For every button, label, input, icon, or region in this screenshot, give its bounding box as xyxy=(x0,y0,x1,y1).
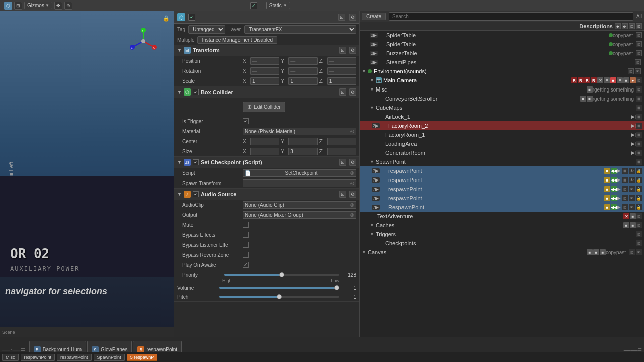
airlock-eye-icon[interactable]: ⊠ xyxy=(636,114,642,120)
play-on-awake-checkbox[interactable]: ✓ xyxy=(243,262,249,268)
resp4-lock-icon[interactable]: 🔒 xyxy=(636,195,642,201)
material-field[interactable]: None (Physic Material) ◎ xyxy=(243,128,356,135)
resp2-play-icon[interactable]: ▶ xyxy=(617,177,621,183)
caches-eye-icon[interactable]: ⊠ xyxy=(636,222,642,228)
transform-settings-btn[interactable]: ⚙ xyxy=(349,47,356,54)
pos-y-field[interactable]: — xyxy=(288,57,317,65)
list-item[interactable]: ▼ 📷 Main Camera R R R R ✕ ✕ ■ ✕ ■ ● ⊠ xyxy=(360,76,644,85)
list-item[interactable]: ▼ Triggers ⊠ xyxy=(360,230,644,239)
center-y-field[interactable]: — xyxy=(288,138,317,145)
mute-checkbox[interactable] xyxy=(243,222,249,228)
list-item[interactable]: ConveyorBeltScroller ■ ■ rgetting someth… xyxy=(360,94,644,103)
resp4-eye-icon[interactable]: ⊠ xyxy=(622,195,628,201)
list-item[interactable]: ▼ Caches ■ ■ ⊠ xyxy=(360,221,644,230)
edit-collider-button[interactable]: ⊕ Edit Collider xyxy=(243,102,285,112)
checkpoint-save-btn[interactable]: ⊡ xyxy=(339,159,346,166)
list-item[interactable]: GeneratorRoom ▶| ⊠ xyxy=(360,148,644,157)
audio-save-btn[interactable]: ⊡ xyxy=(339,191,346,198)
instance-mgmt-btn[interactable]: Instance Management Disabled xyxy=(197,36,277,44)
resp4-vis-icon[interactable]: 👁 xyxy=(629,195,635,201)
resp5-play-icon[interactable]: ▶ xyxy=(617,204,621,210)
generator-eye-icon[interactable]: ⊠ xyxy=(636,150,642,156)
loading-eye-icon[interactable]: ⊠ xyxy=(636,141,642,147)
list-item[interactable]: 7▶ respawnPoint ■ ◀◀ ▶ ⊠ 👁 🔒 xyxy=(360,194,644,203)
checkbox-icon[interactable]: ✓ xyxy=(250,2,257,9)
list-item[interactable]: ▼ Canvas ■ ■ ■ copypast ⊠ 👁 xyxy=(360,248,644,257)
list-item[interactable]: LoadingArea ▶| ⊠ xyxy=(360,139,644,148)
scale-x-field[interactable] xyxy=(250,77,279,85)
list-item[interactable]: ▼ SpawnPoint ⊠ xyxy=(360,157,644,166)
resp2-eye-icon[interactable]: ⊠ xyxy=(622,177,628,183)
inspector-save-btn[interactable]: ⊡ xyxy=(338,14,345,21)
list-item[interactable]: 7▶ respawnPoint ■ ◀◀ ▶ ⊠ 👁 🔒 xyxy=(360,175,644,185)
resp2-vis-icon[interactable]: 👁 xyxy=(629,177,635,183)
center-x-field[interactable]: — xyxy=(250,138,279,145)
desc-icon-4[interactable]: ⊠ xyxy=(636,23,642,29)
resp5-eye-icon[interactable]: ⊠ xyxy=(622,204,628,210)
inspector-scroll[interactable]: ▼ ⊞ Transform ⊡ ⚙ Position X — Y — Z — xyxy=(174,45,359,337)
tag-select[interactable]: Untagged xyxy=(188,25,225,34)
audio-checkbox[interactable]: ✓ xyxy=(193,191,199,197)
resp1-play-icon[interactable]: ▶ xyxy=(617,168,621,174)
resp4-play-icon[interactable]: ▶ xyxy=(617,195,621,201)
active-checkbox[interactable]: ✓ xyxy=(188,14,195,21)
toolbar-icon-2[interactable]: ⊞ xyxy=(14,2,22,10)
toolbar-icon-4[interactable]: ⊕ xyxy=(64,2,72,10)
checkpoint-header[interactable]: ▼ Js ✓ Set Checkpoint (Script) ⊡ ⚙ xyxy=(174,157,359,168)
list-item[interactable]: ▼ Environment(sounds) ⊠ 👁 xyxy=(360,67,644,76)
resp3-eye-icon[interactable]: ⊠ xyxy=(622,186,628,192)
collider-checkbox[interactable]: ✓ xyxy=(193,89,199,95)
center-z-field[interactable]: — xyxy=(327,138,356,145)
factory1-eye-icon[interactable]: ⊠ xyxy=(636,132,642,138)
rot-z-field[interactable]: — xyxy=(327,67,356,75)
layer-select[interactable]: TransparentFX xyxy=(244,25,356,34)
status-misc[interactable]: Misc xyxy=(2,354,19,361)
list-item[interactable]: 2▶ FactoryRoom_2 ▶| ⊠ xyxy=(360,121,644,130)
collider-save-btn[interactable]: ⊡ xyxy=(339,88,346,96)
env-eye-icon[interactable]: 👁 xyxy=(635,68,641,74)
spawn-transform-field[interactable]: — ◎ xyxy=(243,179,356,187)
transform-header[interactable]: ▼ ⊞ Transform ⊡ ⚙ xyxy=(174,45,359,56)
list-item[interactable]: 2▶ BuzzerTable copypast ⊠ xyxy=(360,49,644,58)
create-button[interactable]: Create xyxy=(362,13,386,20)
pos-x-field[interactable]: — xyxy=(250,57,279,65)
script-field[interactable]: 📄 SetCheckpoint ◎ xyxy=(243,169,356,177)
status-respawn2[interactable]: respawnPoint xyxy=(57,354,92,361)
resp5-vis-icon[interactable]: 👁 xyxy=(629,204,635,210)
audioclip-field[interactable]: None (Audio Clip) ◎ xyxy=(243,201,356,209)
checkpoint-settings-btn[interactable]: ⚙ xyxy=(349,159,356,166)
resp3-vis-icon[interactable]: 👁 xyxy=(629,186,635,192)
size-x-field[interactable]: — xyxy=(250,148,279,155)
hierarchy-scroll[interactable]: 2▶ SpiderTable copypast ⊠ 2▶ SpiderTable… xyxy=(360,31,644,337)
output-field[interactable]: None (Audio Mixer Group) ◎ xyxy=(243,211,356,219)
hier-vis-icon-2[interactable]: ⊠ xyxy=(636,41,642,47)
list-item[interactable]: 7▶ RespawnPoint ■ ◀◀ ▶ ⊠ 👁 🔒 xyxy=(360,203,644,212)
resp3-play-icon[interactable]: ▶ xyxy=(617,186,621,192)
list-item[interactable]: AirLock_1 ▶| ⊠ xyxy=(360,112,644,121)
is-trigger-checkbox[interactable]: ✓ xyxy=(243,118,249,124)
scene-lock-icon[interactable]: 🔒 xyxy=(163,15,170,22)
resp1-lock-icon[interactable]: 🔒 xyxy=(636,168,642,174)
triggers-eye-icon[interactable]: ⊠ xyxy=(636,231,642,237)
list-item[interactable]: 7▶ respawnPoint ■ ◀◀ ▶ ⊠ 👁 🔒 xyxy=(360,185,644,194)
list-item[interactable]: 2▶ SpiderTable copypast ⊠ xyxy=(360,31,644,40)
hier-vis-icon-3[interactable]: ⊠ xyxy=(636,50,642,56)
toolbar-icon-1[interactable]: ⬡ xyxy=(4,2,12,10)
list-item[interactable]: 3▶ SteamPipes ⊠ xyxy=(360,58,644,67)
priority-slider-thumb[interactable] xyxy=(279,272,284,277)
scene-view[interactable]: Y X Z 🔒 ≡ Left OR 02 AUXILIARY POWER nav… xyxy=(0,11,174,327)
list-item[interactable]: ▼ CubeMaps ⊠ xyxy=(360,103,644,112)
audio-source-header[interactable]: ▼ ♪ ✓ Audio Source ⊡ ⚙ xyxy=(174,189,359,200)
textadv-eye-icon[interactable]: ⊠ xyxy=(636,213,642,219)
status-respawn5[interactable]: 5 respawnP xyxy=(127,354,158,361)
rot-y-field[interactable]: — xyxy=(288,67,317,75)
hier-vis-icon-1[interactable]: ⊠ xyxy=(636,32,642,38)
bypass-effects-checkbox[interactable] xyxy=(243,232,249,238)
desc-icon-1[interactable]: ⏮ xyxy=(615,23,621,29)
static-dropdown[interactable]: Static ▼ xyxy=(266,2,290,9)
spawn-eye-icon[interactable]: ⊠ xyxy=(636,159,642,165)
desc-icon-3[interactable]: ⊡ xyxy=(629,23,635,29)
inspector-settings-btn[interactable]: ⚙ xyxy=(349,14,356,21)
list-item[interactable]: Checkpoints ⊠ xyxy=(360,239,644,248)
canvas-eye-icon[interactable]: ⊠ xyxy=(629,249,635,255)
